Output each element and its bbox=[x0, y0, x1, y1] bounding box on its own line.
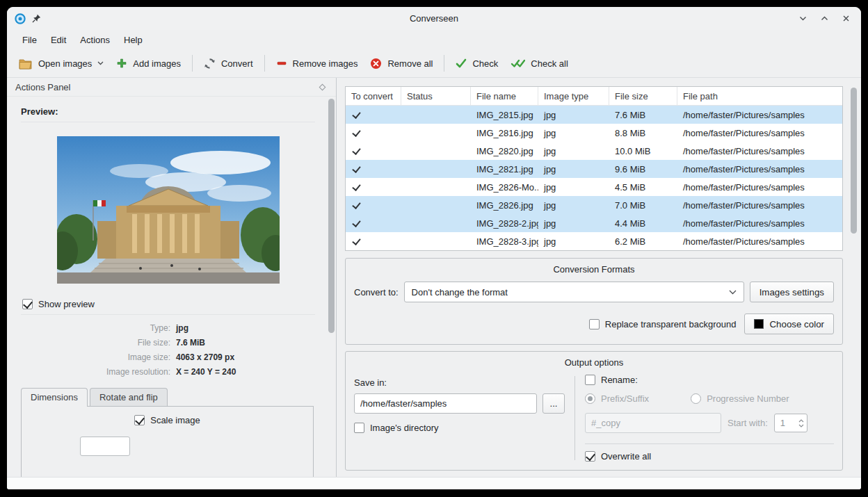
checked-icon bbox=[351, 200, 361, 210]
image-type-cell: jpg bbox=[538, 232, 609, 250]
to-convert-cell[interactable] bbox=[346, 142, 401, 160]
to-convert-cell[interactable] bbox=[346, 160, 401, 178]
check-all-icon bbox=[511, 58, 525, 68]
status-cell bbox=[401, 214, 471, 232]
check-button[interactable]: Check bbox=[449, 54, 504, 74]
format-select[interactable]: Don't change the format bbox=[404, 282, 744, 302]
to-convert-cell[interactable] bbox=[346, 106, 401, 124]
table-row[interactable]: IMG_2821.jpg jpg 9.6 MiB /home/faster/Pi… bbox=[346, 160, 842, 178]
col-to-convert[interactable]: To convert bbox=[346, 87, 401, 105]
chevron-down-icon bbox=[729, 290, 737, 295]
table-row[interactable]: IMG_2820.jpg jpg 10.0 MiB /home/faster/P… bbox=[346, 142, 842, 160]
to-convert-cell[interactable] bbox=[346, 214, 401, 232]
to-convert-cell[interactable] bbox=[346, 178, 401, 196]
remove-images-button[interactable]: Remove images bbox=[270, 53, 364, 74]
checked-icon bbox=[351, 164, 361, 174]
info-resolution-label: Image resolution: bbox=[21, 367, 170, 377]
rename-pattern-input[interactable] bbox=[585, 413, 721, 433]
menu-actions[interactable]: Actions bbox=[73, 32, 117, 48]
images-settings-button[interactable]: Images settings bbox=[750, 282, 834, 302]
actions-panel-content: Preview: bbox=[7, 97, 336, 477]
tab-dimensions[interactable]: Dimensions bbox=[21, 388, 88, 407]
remove-all-button[interactable]: Remove all bbox=[364, 53, 439, 74]
progressive-number-radio[interactable] bbox=[691, 393, 701, 404]
images-directory-checkbox[interactable] bbox=[354, 423, 364, 433]
info-type-value: jpg bbox=[176, 323, 315, 333]
clipped-control[interactable] bbox=[80, 437, 130, 456]
right-scrollbar-thumb[interactable] bbox=[851, 88, 857, 234]
right-scrollbar[interactable] bbox=[850, 86, 858, 460]
file-table: To convert Status File name Image type F… bbox=[345, 86, 843, 251]
status-cell bbox=[401, 106, 471, 124]
overwrite-all-checkbox[interactable] bbox=[585, 451, 595, 462]
check-all-button[interactable]: Check all bbox=[504, 54, 574, 74]
table-row[interactable]: IMG_2826.jpg jpg 7.0 MiB /home/faster/Pi… bbox=[346, 196, 842, 214]
file-size-cell: 9.6 MiB bbox=[609, 160, 677, 178]
table-row[interactable]: IMG_2816.jpg jpg 8.8 MiB /home/faster/Pi… bbox=[346, 124, 842, 142]
maximize-icon[interactable] bbox=[819, 14, 829, 24]
file-table-header: To convert Status File name Image type F… bbox=[346, 87, 842, 106]
start-with-label: Start with: bbox=[728, 418, 768, 428]
table-row[interactable]: IMG_2815.jpg jpg 7.6 MiB /home/faster/Pi… bbox=[346, 106, 842, 124]
file-size-cell: 4.4 MiB bbox=[609, 214, 677, 232]
actions-panel: Actions Panel Preview: bbox=[7, 78, 337, 477]
col-image-type[interactable]: Image type bbox=[538, 87, 609, 105]
add-images-button[interactable]: Add images bbox=[110, 53, 187, 74]
minimize-icon[interactable] bbox=[798, 14, 807, 24]
info-filesize-label: File size: bbox=[21, 338, 170, 348]
status-cell bbox=[401, 178, 471, 196]
progressive-number-label: Progressive Number bbox=[707, 393, 789, 404]
prefix-suffix-label: Prefix/Suffix bbox=[601, 393, 649, 404]
col-file-size[interactable]: File size bbox=[609, 87, 677, 105]
table-row[interactable]: IMG_2828-3.jpg jpg 6.2 MiB /home/faster/… bbox=[346, 232, 842, 250]
tab-rotate-flip[interactable]: Rotate and flip bbox=[90, 388, 168, 406]
col-file-name[interactable]: File name bbox=[471, 87, 538, 105]
status-bar bbox=[7, 477, 861, 489]
scale-image-checkbox[interactable] bbox=[134, 415, 145, 425]
right-panel: To convert Status File name Image type F… bbox=[337, 78, 861, 477]
table-row[interactable]: IMG_2826-Mo... jpg 4.5 MiB /home/faster/… bbox=[346, 178, 842, 196]
convert-button[interactable]: Convert bbox=[198, 53, 259, 74]
actions-panel-header: Actions Panel bbox=[7, 78, 336, 97]
table-row[interactable]: IMG_2828-2.jpg jpg 4.4 MiB /home/faster/… bbox=[346, 214, 842, 232]
rename-label: Rename: bbox=[601, 375, 638, 385]
left-tabs: Dimensions Rotate and flip bbox=[21, 388, 315, 406]
left-scrollbar-thumb[interactable] bbox=[328, 99, 335, 333]
choose-color-label: Choose color bbox=[769, 319, 824, 329]
menu-help[interactable]: Help bbox=[117, 32, 150, 48]
col-file-path[interactable]: File path bbox=[677, 87, 842, 105]
left-scrollbar[interactable] bbox=[328, 97, 335, 475]
file-name-cell: IMG_2826.jpg bbox=[471, 196, 538, 214]
to-convert-cell[interactable] bbox=[346, 196, 401, 214]
remove-all-icon bbox=[370, 58, 382, 70]
file-path-cell: /home/faster/Pictures/samples bbox=[677, 106, 842, 124]
close-icon[interactable] bbox=[841, 14, 851, 24]
spinner-arrows-icon[interactable] bbox=[798, 418, 807, 428]
window-title: Converseen bbox=[7, 13, 861, 24]
float-panel-icon[interactable] bbox=[319, 83, 326, 90]
prefix-suffix-radio[interactable] bbox=[585, 393, 595, 404]
checked-icon bbox=[351, 236, 361, 246]
status-cell bbox=[401, 232, 471, 250]
remove-all-label: Remove all bbox=[387, 58, 433, 69]
image-type-cell: jpg bbox=[538, 142, 609, 160]
start-with-spinner[interactable]: 1 bbox=[774, 414, 807, 432]
rename-checkbox[interactable] bbox=[585, 375, 595, 385]
menu-file[interactable]: File bbox=[15, 32, 44, 48]
to-convert-cell[interactable] bbox=[346, 124, 401, 142]
menu-edit[interactable]: Edit bbox=[44, 32, 73, 48]
replace-transparent-checkbox[interactable] bbox=[589, 319, 600, 329]
to-convert-cell[interactable] bbox=[346, 232, 401, 250]
show-preview-checkbox[interactable] bbox=[22, 299, 33, 309]
col-status[interactable]: Status bbox=[401, 87, 471, 105]
image-type-cell: jpg bbox=[538, 196, 609, 214]
save-path-input[interactable] bbox=[354, 393, 537, 414]
info-filesize-value: 7.6 MiB bbox=[176, 338, 315, 348]
status-cell bbox=[401, 124, 471, 142]
choose-color-button[interactable]: Choose color bbox=[744, 313, 834, 334]
browse-button[interactable]: ... bbox=[542, 393, 565, 414]
check-label: Check bbox=[472, 58, 498, 69]
open-images-button[interactable]: Open images bbox=[13, 53, 110, 74]
pin-icon[interactable] bbox=[32, 14, 41, 23]
title-bar[interactable]: Converseen bbox=[7, 7, 861, 30]
